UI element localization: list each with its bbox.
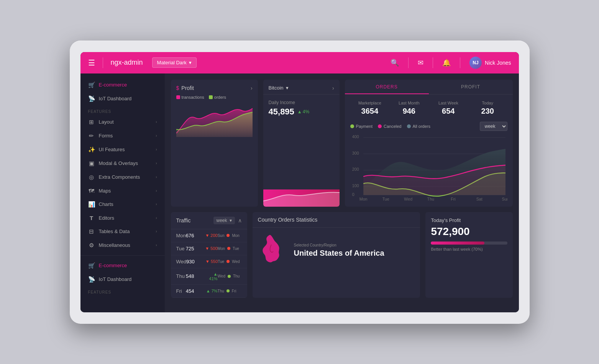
- country-card: Country Orders Statistics Selected Count…: [253, 212, 420, 298]
- sidebar-item-tables[interactable]: ⊟ Tables & Data ›: [80, 225, 165, 238]
- search-icon[interactable]: 🔍: [391, 59, 399, 67]
- user-info[interactable]: NJ Nick Jones: [469, 57, 511, 69]
- orders-card: ORDERS PROFIT Marketplace 3654: [345, 80, 513, 207]
- header: ☰ ngx-admin Material Dark ▾ 🔍 ✉ 🔔 NJ: [80, 52, 519, 73]
- profit-chart: [176, 103, 253, 137]
- header-divider-2: [408, 57, 409, 68]
- country-header: Country Orders Statistics: [253, 212, 420, 228]
- traffic-mini-chart: Tue Wed: [218, 260, 241, 264]
- device-frame: ☰ ngx-admin Material Dark ▾ 🔍 ✉ 🔔 NJ: [70, 41, 530, 324]
- country-title: Country Orders Statistics: [258, 217, 318, 223]
- header-divider-3: [433, 57, 433, 68]
- sidebar-label-misc: Miscellaneous: [99, 242, 152, 248]
- profit-card-arrow[interactable]: ›: [251, 85, 253, 91]
- profit-legend: transactions orders: [176, 95, 253, 100]
- traffic-val: 548: [186, 273, 197, 279]
- extra-icon: ◎: [88, 174, 95, 181]
- orders-stats: Marketplace 3654 Last Month 946 Last Wee…: [345, 95, 513, 119]
- traffic-pct: ▼ 200: [204, 233, 218, 238]
- svg-text:100: 100: [352, 184, 359, 188]
- bell-icon[interactable]: 🔔: [442, 59, 451, 67]
- profit-today-value: 572,900: [431, 225, 507, 238]
- svg-text:Sat: Sat: [476, 197, 482, 201]
- tables-icon: ⊟: [88, 228, 95, 235]
- stat-marketplace-value: 3654: [350, 107, 389, 116]
- header-divider: [103, 57, 103, 68]
- orders-period-select[interactable]: week month: [480, 122, 507, 131]
- legend-transactions: transactions: [176, 95, 204, 100]
- sidebar-label-modal: Modal & Overlays: [99, 160, 152, 166]
- traffic-day: Fri: [176, 288, 186, 294]
- sidebar-item-charts[interactable]: 📊 Charts ›: [80, 198, 165, 211]
- bitcoin-selector[interactable]: Bitcoin ▾: [269, 85, 289, 91]
- country-body: Selected Country/Region United States of…: [253, 228, 420, 273]
- country-info: Selected Country/Region United States of…: [294, 243, 415, 258]
- traffic-period-select[interactable]: week ▾: [213, 217, 235, 224]
- body-wrap: 🛒 E-commerce 📡 IoT Dashboard FEATURES ⊞ …: [80, 73, 519, 312]
- traffic-toggle-icon[interactable]: ∧: [238, 217, 242, 224]
- bitcoin-card: Bitcoin ▾ › Daily Income 45,895 ▲: [263, 80, 340, 207]
- svg-text:400: 400: [352, 135, 359, 139]
- sidebar-item-ui-features[interactable]: ✨ UI Features ›: [80, 143, 165, 157]
- legend-canceled: Canceled: [378, 124, 401, 129]
- svg-text:300: 300: [352, 151, 359, 155]
- tab-profit[interactable]: PROFIT: [429, 80, 513, 94]
- sidebar-item-forms[interactable]: ✏ Forms ›: [80, 129, 165, 143]
- theme-button[interactable]: Material Dark ▾: [152, 57, 197, 68]
- sidebar-item-editors[interactable]: T Editors ›: [80, 211, 165, 225]
- map-icon: [260, 233, 287, 268]
- stat-lastweek-value: 654: [429, 107, 468, 116]
- profit-value-text: 572,900: [431, 225, 469, 237]
- ecommerce-icon: 🛒: [88, 82, 95, 88]
- editors-icon: T: [88, 215, 95, 221]
- sidebar-label-forms: Forms: [99, 133, 152, 139]
- all-orders-dot: [407, 124, 411, 128]
- hamburger-icon[interactable]: ☰: [88, 58, 95, 67]
- sidebar-item-misc[interactable]: ⚙ Miscellaneous ›: [80, 238, 165, 252]
- profit-title-row: $ Profit ›: [176, 85, 253, 91]
- traffic-mini-chart: Mon Tue: [218, 246, 242, 251]
- traffic-table: Mon 676 ▼ 200 Sun Mon: [171, 229, 247, 298]
- theme-label: Material Dark: [157, 60, 187, 65]
- orders-chart: 400 300 200 100 0: [345, 134, 513, 207]
- chevron-right-icon: ›: [156, 147, 157, 152]
- stat-today: Today 230: [468, 101, 507, 116]
- tab-orders[interactable]: ORDERS: [345, 80, 429, 94]
- percent-badge: ▲ 4%: [297, 109, 309, 114]
- transactions-dot: [176, 95, 180, 99]
- chevron-right-icon: ›: [156, 229, 157, 233]
- stat-lastmonth-value: 946: [389, 107, 428, 116]
- sidebar-item-iot-2[interactable]: 📡 IoT Dashboard: [80, 273, 165, 286]
- traffic-day: Thu: [176, 273, 186, 279]
- header-right: 🔍 ✉ 🔔 NJ Nick Jones: [391, 57, 511, 69]
- traffic-day: Wed: [176, 259, 187, 264]
- chevron-right-icon: ›: [156, 243, 157, 247]
- stat-lastweek: Last Week 654: [429, 101, 468, 116]
- traffic-val: 930: [186, 259, 197, 264]
- sidebar-item-extra[interactable]: ◎ Extra Components ›: [80, 170, 165, 184]
- sidebar-item-ecommerce-2[interactable]: 🛒 E-commerce: [80, 259, 165, 273]
- traffic-row-mon: Mon 676 ▼ 200 Sun Mon: [171, 229, 247, 242]
- traffic-period-label: week: [217, 218, 227, 223]
- svg-text:Fri: Fri: [451, 197, 456, 201]
- sidebar-item-maps[interactable]: 🗺 Maps ›: [80, 184, 165, 198]
- traffic-row-fri: Fri 454 ▲ 7% Thu Fri: [171, 285, 247, 298]
- sidebar-item-ecommerce[interactable]: 🛒 E-commerce: [80, 78, 165, 92]
- profit-label: Profit: [181, 85, 194, 91]
- sidebar-item-iot[interactable]: 📡 IoT Dashboard: [80, 92, 165, 106]
- row-1: $ Profit › transactions: [171, 80, 513, 207]
- sidebar-item-modal[interactable]: ▣ Modal & Overlays ›: [80, 157, 165, 170]
- orders-dot: [209, 95, 213, 99]
- sidebar-label-tables: Tables & Data: [99, 229, 152, 234]
- profit-progress-bar: [431, 242, 507, 245]
- orders-label: orders: [214, 95, 226, 100]
- chevron-right-icon: ›: [156, 189, 157, 193]
- svg-text:Thu: Thu: [427, 197, 434, 201]
- maps-icon: 🗺: [88, 188, 95, 194]
- svg-text:Tue: Tue: [382, 197, 389, 201]
- mail-icon[interactable]: ✉: [418, 59, 423, 67]
- sidebar-item-layout[interactable]: ⊞ Layout ›: [80, 115, 165, 129]
- orders-tabs: ORDERS PROFIT: [345, 80, 513, 95]
- avatar: NJ: [469, 57, 482, 69]
- bitcoin-card-arrow[interactable]: ›: [332, 85, 334, 91]
